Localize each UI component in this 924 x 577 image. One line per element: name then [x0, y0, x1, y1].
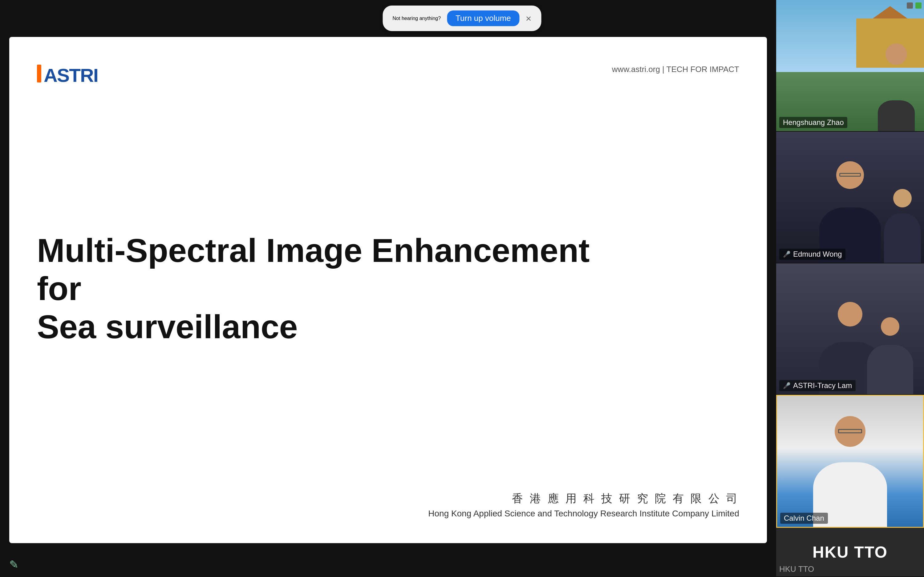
slide-footer: 香 港 應 用 科 技 研 究 院 有 限 公 司 Hong Kong Appl… [37, 491, 739, 519]
tile-1-background [776, 0, 924, 131]
sidebar: Hengshuang Zhao [776, 0, 924, 577]
slide-main-content: Multi-Spectral Image Enhancement for Sea… [37, 86, 739, 491]
astri-logo-svg: ASTRI [37, 61, 105, 86]
edit-icon[interactable]: ✎ [9, 558, 18, 571]
slide-title-line3: Sea surveillance [37, 308, 298, 345]
notification-close-button[interactable]: × [526, 13, 531, 23]
slide-footer-english: Hong Kong Applied Science and Technology… [37, 509, 739, 519]
tile-1-name-label: Hengshuang Zhao [779, 117, 847, 128]
tile-4-name-label: Calvin Chan [780, 513, 828, 524]
hku-tto-display-text: HKU TTO [813, 543, 888, 561]
tile-4-name: Calvin Chan [784, 514, 824, 522]
tile-5-name: HKU TTO [779, 564, 814, 574]
notification-bar: Not hearing anything? Turn up volume × [383, 6, 541, 31]
video-tile-calvin: Calvin Chan [776, 395, 924, 528]
presentation-area: ASTRI www.astri.org | TECH FOR IMPACT Mu… [0, 0, 776, 577]
tile-2-name: Edmund Wong [793, 250, 842, 258]
tile-3-name: ASTRI-Tracy Lam [793, 381, 852, 390]
video-tile-edmund: 🎤 Edmund Wong [776, 132, 924, 263]
tile-1-indicator-2 [915, 2, 922, 9]
video-tile-hengshuang: Hengshuang Zhao [776, 0, 924, 132]
slide-title: Multi-Spectral Image Enhancement for Sea… [37, 231, 590, 346]
svg-text:ASTRI: ASTRI [44, 64, 98, 86]
video-tile-hku: HKU TTO HKU TTO [776, 528, 924, 577]
slide-website: www.astri.org | TECH FOR IMPACT [612, 64, 739, 74]
slide-container: ASTRI www.astri.org | TECH FOR IMPACT Mu… [9, 37, 767, 543]
video-tile-tracy: 🎤 ASTRI-Tracy Lam [776, 263, 924, 395]
slide-title-line2: for [37, 270, 81, 307]
svg-rect-0 [37, 64, 41, 82]
tile-2-name-label: 🎤 Edmund Wong [779, 249, 845, 260]
slide-footer-chinese: 香 港 應 用 科 技 研 究 院 有 限 公 司 [37, 491, 739, 506]
tile-4-background [777, 396, 923, 527]
turn-up-volume-button[interactable]: Turn up volume [447, 10, 520, 26]
astri-logo: ASTRI [37, 61, 105, 86]
person-calvin [801, 416, 899, 527]
notification-text: Not hearing anything? [393, 16, 441, 21]
person-background-2 [881, 189, 924, 263]
tile-1-indicator-1 [907, 2, 913, 9]
person-tracy-2 [863, 317, 918, 394]
tile-2-mic-icon: 🎤 [783, 250, 791, 258]
slide-header: ASTRI www.astri.org | TECH FOR IMPACT [37, 61, 739, 86]
tile-3-name-label: 🎤 ASTRI-Tracy Lam [779, 380, 856, 391]
tile-1-name: Hengshuang Zhao [783, 118, 843, 127]
bottom-toolbar: ✎ [0, 552, 776, 577]
slide-title-line1: Multi-Spectral Image Enhancement [37, 232, 590, 269]
tile-2-background [776, 132, 924, 263]
tile-5-name-label: HKU TTO [779, 564, 814, 574]
tile-1-indicators [907, 2, 922, 9]
main-layout: ASTRI www.astri.org | TECH FOR IMPACT Mu… [0, 0, 924, 577]
tile-3-mic-icon: 🎤 [783, 382, 791, 389]
person-zhao [878, 69, 915, 131]
tile-3-background [776, 263, 924, 395]
